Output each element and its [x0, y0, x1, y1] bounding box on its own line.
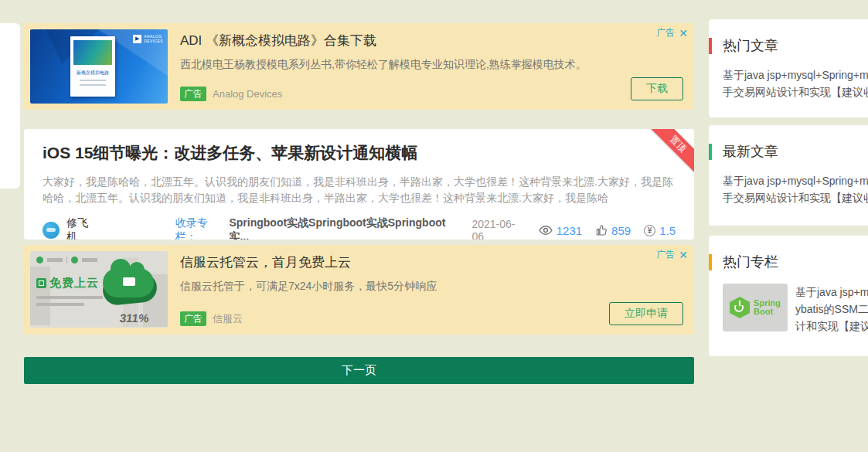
section-title: 最新文章 [723, 142, 778, 161]
ad-corner-label[interactable]: 广告 [656, 26, 675, 39]
hot-articles-card: 热门文章 基于java jsp+mysql+Spring+mybatis的SSM… [709, 19, 868, 117]
sidebar-article-link[interactable]: 基于java jsp+mysql+Spring+mybatis的SSM二手交易网… [723, 172, 868, 206]
divider [66, 257, 67, 263]
accent-bar [709, 254, 712, 270]
book-cover-art [73, 40, 112, 65]
brand-logo-icon [71, 257, 78, 263]
brand-logo-icon [36, 257, 43, 263]
cloud-icon [103, 268, 154, 297]
image-decor-number: 311% [119, 311, 150, 325]
author-name[interactable]: 修飞机 [66, 216, 98, 240]
accent-bar [709, 144, 712, 160]
next-page-button[interactable]: 下一页 [24, 357, 694, 384]
article-excerpt: 大家好，我是陈哈哈，北漂五年。认识我的朋友们知道，我是非科班出身，半路出家，大学… [43, 174, 676, 206]
pay-stat[interactable]: ¥ 1.5 [644, 224, 676, 237]
analog-devices-logo: ▶ ANALOG DEVICES [133, 34, 163, 43]
book-line [80, 84, 106, 86]
book-title: 新概念模拟电路 [73, 70, 112, 76]
brand-logos [36, 257, 97, 263]
latest-articles-card: 最新文章 基于java jsp+mysql+Spring+mybatis的SSM… [709, 125, 868, 226]
brand-line2: DEVICES [144, 39, 163, 43]
column-name[interactable]: Springboot实战Springboot实战Springboot实... [229, 216, 458, 240]
column-link[interactable]: 收录专栏： Springboot实战Springboot实战Springboot… [175, 216, 458, 240]
ad-advertiser: 信服云 [213, 312, 243, 326]
image-subtext [36, 303, 84, 306]
ad-badge: 广告 [180, 87, 206, 101]
article-meta-row: 修飞机 收录专栏： Springboot实战Springboot实战Spring… [43, 216, 676, 240]
left-partial-card [0, 23, 20, 189]
post-date: 2021-06-06 [471, 218, 525, 240]
ad-bottom-image[interactable]: 免费上云 311% [30, 251, 168, 328]
yen-icon: ¥ [644, 225, 655, 236]
thumbs-up-icon [595, 224, 608, 236]
ad-title[interactable]: ADI 《新概念模拟电路》合集下载 [180, 32, 685, 49]
column-label: 收录专栏： [175, 216, 228, 240]
ad-advertiser: Analog Devices [213, 88, 282, 100]
article-card[interactable]: 置顶 iOS 15细节曝光：改进多任务、苹果新设计通知横幅 大家好，我是陈哈哈，… [24, 129, 694, 240]
close-icon[interactable]: ✕ [679, 29, 688, 38]
page: { "page": { "background": "#e8ead7" }, "… [0, 0, 868, 452]
views-count: 1231 [557, 224, 582, 237]
views-stat[interactable]: 1231 [539, 224, 582, 237]
play-icon: ▶ [133, 35, 141, 43]
sidebar-column-link[interactable]: 基于java jsp+mysql+Spring+mybatis的SSM二手交易网… [795, 284, 868, 335]
image-subtext [36, 296, 103, 299]
image-headline: 免费上云 [36, 276, 99, 291]
ad-description: 西北模电王杨教授模电系列丛书,带你轻松了解模电专业知识理论,熟练掌握模电技术。 [180, 58, 685, 72]
thumb-text-line2: Boot [754, 308, 781, 316]
ad-corner-label[interactable]: 广告 [656, 248, 675, 261]
section-header: 热门文章 [709, 36, 868, 55]
ad-description: 信服云托管于，可满足7x24小时服务，最快5分钟响应 [180, 280, 685, 294]
image-headline-text: 免费上云 [49, 276, 99, 291]
close-icon[interactable]: ✕ [679, 250, 688, 260]
cloud-upload-icon [36, 278, 46, 288]
sidebar-column-item[interactable]: Spring Boot 基于java jsp+mysql+Spring+myba… [723, 284, 868, 335]
book-line [80, 80, 106, 81]
accent-bar [709, 38, 712, 54]
ad-top-image[interactable]: 新概念模拟电路 ▶ ANALOG DEVICES [30, 29, 168, 104]
ad-card-bottom[interactable]: 免费上云 311% 信服云托管云，首月免费上云 信服云托管于，可满足7x24小时… [24, 245, 694, 335]
ad-corner-controls[interactable]: 广告 ✕ [656, 248, 688, 261]
cloud-tag [123, 277, 135, 286]
author-avatar[interactable] [43, 222, 60, 239]
ad-card-top[interactable]: 新概念模拟电路 ▶ ANALOG DEVICES ADI 《新概念模拟电路》合集… [24, 23, 694, 110]
ad-title[interactable]: 信服云托管云，首月免费上云 [180, 253, 685, 271]
likes-stat[interactable]: 859 [595, 224, 631, 237]
section-header: 最新文章 [709, 142, 868, 161]
brand-logo-text [47, 258, 63, 262]
ad-badge: 广告 [180, 311, 206, 326]
ad-apply-button[interactable]: 立即申请 [609, 302, 683, 325]
book-cover: 新概念模拟电路 [70, 36, 115, 97]
sidebar-article-link[interactable]: 基于java jsp+mysql+Spring+mybatis的SSM二手交易网… [723, 66, 868, 100]
section-title: 热门文章 [723, 36, 778, 55]
likes-count: 859 [611, 224, 631, 237]
pay-count: 1.5 [659, 224, 676, 237]
hot-columns-card: 热门专栏 Spring Boot 基于java jsp+mysql+Spring… [709, 236, 868, 356]
springboot-thumbnail: Spring Boot [723, 284, 788, 331]
section-header: 热门专栏 [709, 253, 868, 271]
eye-icon [539, 225, 553, 236]
springboot-logo-icon [730, 297, 750, 318]
section-title: 热门专栏 [723, 253, 778, 271]
ad-download-button[interactable]: 下载 [631, 77, 683, 100]
article-title[interactable]: iOS 15细节曝光：改进多任务、苹果新设计通知横幅 [43, 142, 676, 164]
ad-corner-controls[interactable]: 广告 ✕ [656, 26, 688, 39]
brand-logo-text [82, 258, 97, 262]
